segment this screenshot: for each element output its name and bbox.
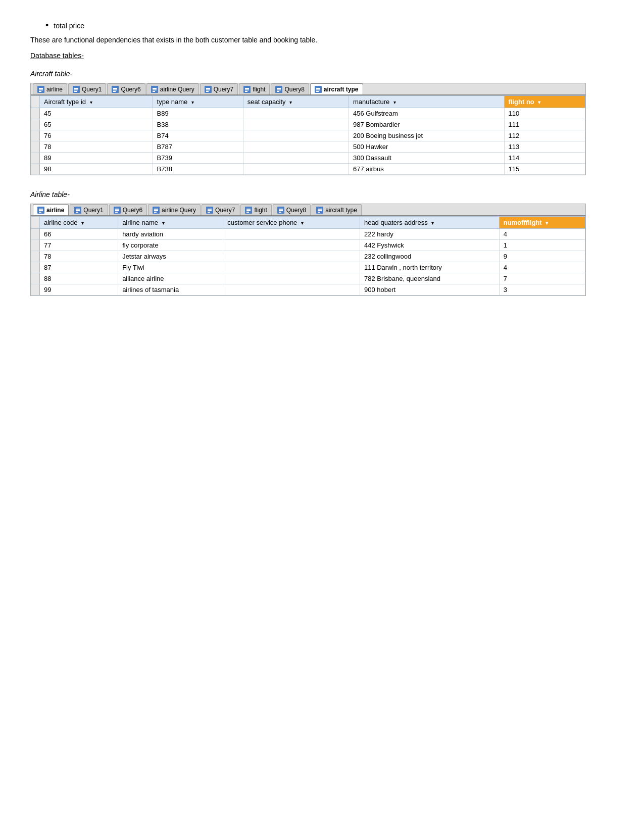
row-selector-header [31, 96, 40, 108]
tab-label: Query1 [83, 207, 103, 214]
customer-service-phone [223, 229, 360, 240]
tab-airline-query-2[interactable]: airline Query [148, 204, 201, 215]
tab-airline-2[interactable]: airline [33, 204, 69, 215]
aircraft-type-id: 65 [40, 119, 153, 130]
tab-label: Query7 [215, 207, 235, 214]
type-name: B738 [153, 164, 243, 175]
tab-query8[interactable]: Query8 [271, 83, 309, 94]
tab-label: airline Query [160, 86, 194, 93]
numoffflight: 3 [499, 284, 585, 296]
col-flight-no[interactable]: flight no ▾ [504, 96, 585, 108]
seat-capacity [243, 108, 349, 119]
flight-no: 110 [504, 108, 585, 119]
manufacture: 456 Gulfstream [349, 108, 505, 119]
type-name: B74 [153, 130, 243, 141]
col-customer-service-phone[interactable]: customer service phone ▾ [223, 217, 360, 229]
airline-code: 78 [40, 251, 118, 262]
airline-code: 66 [40, 229, 118, 240]
col-airline-name[interactable]: airline name ▾ [118, 217, 223, 229]
table-row: 89 B739 300 Dassault 114 [31, 153, 585, 164]
tab-airline-1[interactable]: airline [33, 83, 67, 94]
seat-capacity [243, 141, 349, 153]
head-quaters-address: 232 collingwood [360, 251, 499, 262]
tab-query7[interactable]: Query7 [200, 83, 238, 94]
tab-flight[interactable]: flight [239, 83, 270, 94]
aircraft-data-table: Aircraft type id ▾ type name ▾ seat capa… [31, 95, 585, 175]
head-quaters-address: 900 hobert [360, 284, 499, 296]
tab-label: Query6 [121, 86, 140, 93]
dependencies-paragraph: These are functional dependencies that e… [30, 35, 614, 45]
flight-no: 115 [504, 164, 585, 175]
sort-icon: ▾ [162, 220, 165, 226]
table-row: 66 hardy aviation 222 hardy 4 [31, 229, 585, 240]
head-quaters-address: 111 Darwin , north territory [360, 262, 499, 273]
col-aircraft-type-id[interactable]: Aircraft type id ▾ [40, 96, 153, 108]
col-manufacture[interactable]: manufacture ▾ [349, 96, 505, 108]
table-icon [151, 86, 158, 93]
tab-flight-2[interactable]: flight [240, 204, 271, 215]
airline-name: fly corporate [118, 240, 223, 251]
table-row: 77 fly corporate 442 Fyshwick 1 [31, 240, 585, 251]
table-icon [112, 86, 119, 93]
numoffflight: 9 [499, 251, 585, 262]
aircraft-type-id: 98 [40, 164, 153, 175]
sort-icon: ▾ [538, 100, 540, 105]
table-icon [74, 207, 81, 214]
row-selector [31, 141, 40, 153]
type-name: B89 [153, 108, 243, 119]
bullet-text: total price [54, 22, 84, 30]
tab-label: Query7 [214, 86, 233, 93]
table-icon [316, 207, 323, 214]
table-icon [153, 207, 160, 214]
col-head-quaters-address[interactable]: head quaters address ▾ [360, 217, 499, 229]
airline-code: 88 [40, 273, 118, 284]
col-airline-code[interactable]: airline code ▾ [40, 217, 118, 229]
tab-query6[interactable]: Query6 [107, 83, 145, 94]
aircraft-table-body: 45 B89 456 Gulfstream 110 65 B38 987 Bom… [31, 108, 585, 175]
row-selector [31, 108, 40, 119]
table-icon [205, 86, 212, 93]
tab-query1-2[interactable]: Query1 [70, 204, 108, 215]
col-numoffflight[interactable]: numoffflight ▾ [499, 217, 585, 229]
sort-icon: ▾ [301, 220, 304, 226]
seat-capacity [243, 164, 349, 175]
aircraft-table-wrapper: airline Query1 Query6 airline Query Quer… [30, 83, 586, 175]
flight-no: 113 [504, 141, 585, 153]
table-row: 87 Fly Tiwi 111 Darwin , north territory… [31, 262, 585, 273]
tab-aircraft-type[interactable]: aircraft type [310, 83, 363, 94]
tab-query1[interactable]: Query1 [68, 83, 106, 94]
airline-code: 99 [40, 284, 118, 296]
table-icon [277, 207, 284, 214]
aircraft-type-id: 76 [40, 130, 153, 141]
tab-airline-query[interactable]: airline Query [146, 83, 199, 94]
customer-service-phone [223, 273, 360, 284]
col-seat-capacity[interactable]: seat capacity ▾ [243, 96, 349, 108]
tab-label: airline Query [162, 207, 196, 214]
bullet-total-price: total price [45, 20, 614, 31]
aircraft-tab-bar: airline Query1 Query6 airline Query Quer… [31, 83, 585, 95]
type-name: B38 [153, 119, 243, 130]
table-icon [37, 86, 44, 93]
airline-table-body: 66 hardy aviation 222 hardy 4 77 fly cor… [31, 229, 585, 296]
tab-label: airline [46, 207, 64, 214]
table-row: 45 B89 456 Gulfstream 110 [31, 108, 585, 119]
flight-no: 112 [504, 130, 585, 141]
airline-table-heading: Airline table- [30, 190, 614, 199]
row-selector [31, 164, 40, 175]
tab-query6-2[interactable]: Query6 [109, 204, 147, 215]
tab-query8-2[interactable]: Query8 [273, 204, 311, 215]
aircraft-type-id: 78 [40, 141, 153, 153]
head-quaters-address: 222 hardy [360, 229, 499, 240]
tab-query7-2[interactable]: Query7 [202, 204, 239, 215]
tab-aircraft-type-2[interactable]: aircraft type [312, 204, 362, 215]
table-icon [73, 86, 80, 93]
col-type-name[interactable]: type name ▾ [153, 96, 243, 108]
tab-label: aircraft type [325, 207, 357, 214]
airline-code: 87 [40, 262, 118, 273]
table-icon [114, 207, 121, 214]
numoffflight: 7 [499, 273, 585, 284]
customer-service-phone [223, 284, 360, 296]
sort-icon: ▾ [191, 100, 194, 105]
row-selector [31, 119, 40, 130]
manufacture: 500 Hawker [349, 141, 505, 153]
